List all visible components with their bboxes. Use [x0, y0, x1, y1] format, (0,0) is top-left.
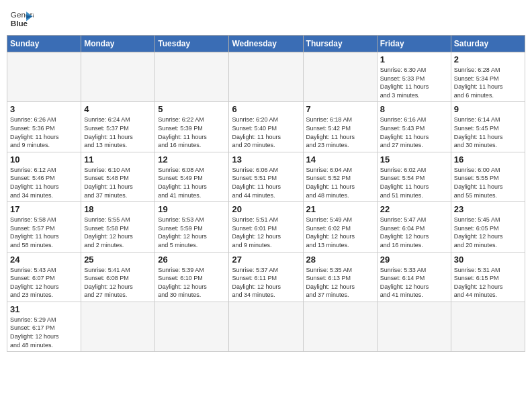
day-number: 5	[158, 104, 226, 114]
calendar-cell: 1Sunrise: 6:30 AM Sunset: 5:33 PM Daylig…	[377, 52, 451, 102]
calendar-cell	[81, 302, 155, 351]
day-number: 29	[380, 255, 448, 265]
calendar-cell	[303, 302, 377, 351]
calendar-cell: 10Sunrise: 6:12 AM Sunset: 5:46 PM Dayli…	[7, 152, 81, 201]
calendar-cell: 30Sunrise: 5:31 AM Sunset: 6:15 PM Dayli…	[451, 252, 525, 302]
calendar-cell: 13Sunrise: 6:06 AM Sunset: 5:51 PM Dayli…	[229, 152, 303, 201]
calendar-cell: 16Sunrise: 6:00 AM Sunset: 5:55 PM Dayli…	[451, 152, 525, 201]
day-number: 30	[454, 255, 522, 265]
calendar-cell: 12Sunrise: 6:08 AM Sunset: 5:49 PM Dayli…	[155, 152, 229, 201]
calendar-cell	[155, 302, 229, 351]
calendar-cell: 9Sunrise: 6:14 AM Sunset: 5:45 PM Daylig…	[451, 102, 525, 152]
day-number: 27	[232, 255, 300, 265]
day-info: Sunrise: 6:02 AM Sunset: 5:54 PM Dayligh…	[380, 166, 448, 199]
day-number: 28	[306, 255, 374, 265]
day-number: 18	[84, 204, 152, 214]
calendar-cell: 23Sunrise: 5:45 AM Sunset: 6:05 PM Dayli…	[451, 202, 525, 252]
day-number: 11	[84, 154, 152, 165]
weekday-header-friday: Friday	[377, 36, 451, 52]
calendar-cell: 15Sunrise: 6:02 AM Sunset: 5:54 PM Dayli…	[377, 152, 451, 201]
day-info: Sunrise: 6:18 AM Sunset: 5:42 PM Dayligh…	[306, 116, 374, 149]
calendar-cell: 7Sunrise: 6:18 AM Sunset: 5:42 PM Daylig…	[303, 102, 377, 152]
day-info: Sunrise: 5:29 AM Sunset: 6:17 PM Dayligh…	[10, 316, 78, 349]
day-number: 3	[10, 104, 78, 114]
calendar-cell: 25Sunrise: 5:41 AM Sunset: 6:08 PM Dayli…	[81, 252, 155, 302]
calendar-cell: 28Sunrise: 5:35 AM Sunset: 6:13 PM Dayli…	[303, 252, 377, 302]
calendar-cell: 26Sunrise: 5:39 AM Sunset: 6:10 PM Dayli…	[155, 252, 229, 302]
calendar-cell: 31Sunrise: 5:29 AM Sunset: 6:17 PM Dayli…	[7, 302, 81, 351]
calendar-cell: 27Sunrise: 5:37 AM Sunset: 6:11 PM Dayli…	[229, 252, 303, 302]
day-info: Sunrise: 6:30 AM Sunset: 5:33 PM Dayligh…	[380, 66, 448, 99]
calendar-cell	[303, 52, 377, 102]
calendar-cell: 11Sunrise: 6:10 AM Sunset: 5:48 PM Dayli…	[81, 152, 155, 201]
day-info: Sunrise: 6:22 AM Sunset: 5:39 PM Dayligh…	[158, 116, 226, 149]
day-info: Sunrise: 6:00 AM Sunset: 5:55 PM Dayligh…	[454, 166, 522, 199]
calendar-cell: 24Sunrise: 5:43 AM Sunset: 6:07 PM Dayli…	[7, 252, 81, 302]
day-info: Sunrise: 6:14 AM Sunset: 5:45 PM Dayligh…	[454, 116, 522, 149]
day-info: Sunrise: 6:12 AM Sunset: 5:46 PM Dayligh…	[10, 166, 78, 199]
weekday-header-tuesday: Tuesday	[155, 36, 229, 52]
calendar-cell: 29Sunrise: 5:33 AM Sunset: 6:14 PM Dayli…	[377, 252, 451, 302]
day-number: 24	[10, 255, 78, 265]
calendar-cell: 20Sunrise: 5:51 AM Sunset: 6:01 PM Dayli…	[229, 202, 303, 252]
day-info: Sunrise: 6:04 AM Sunset: 5:52 PM Dayligh…	[306, 166, 374, 199]
day-number: 31	[10, 304, 78, 314]
day-info: Sunrise: 5:51 AM Sunset: 6:01 PM Dayligh…	[232, 216, 300, 249]
day-info: Sunrise: 6:06 AM Sunset: 5:51 PM Dayligh…	[232, 166, 300, 199]
calendar-week-row: 10Sunrise: 6:12 AM Sunset: 5:46 PM Dayli…	[7, 152, 525, 201]
weekday-header-sunday: Sunday	[7, 36, 81, 52]
calendar-cell: 4Sunrise: 6:24 AM Sunset: 5:37 PM Daylig…	[81, 102, 155, 152]
calendar-cell: 2Sunrise: 6:28 AM Sunset: 5:34 PM Daylig…	[451, 52, 525, 102]
day-info: Sunrise: 6:24 AM Sunset: 5:37 PM Dayligh…	[84, 116, 152, 149]
calendar-week-row: 3Sunrise: 6:26 AM Sunset: 5:36 PM Daylig…	[7, 102, 525, 152]
day-info: Sunrise: 5:45 AM Sunset: 6:05 PM Dayligh…	[454, 216, 522, 249]
day-info: Sunrise: 5:33 AM Sunset: 6:14 PM Dayligh…	[380, 266, 448, 300]
day-info: Sunrise: 6:16 AM Sunset: 5:43 PM Dayligh…	[380, 116, 448, 149]
calendar-cell	[81, 52, 155, 102]
calendar-week-row: 17Sunrise: 5:58 AM Sunset: 5:57 PM Dayli…	[7, 202, 525, 252]
calendar-cell: 8Sunrise: 6:16 AM Sunset: 5:43 PM Daylig…	[377, 102, 451, 152]
day-number: 22	[380, 204, 448, 214]
calendar-cell: 19Sunrise: 5:53 AM Sunset: 5:59 PM Dayli…	[155, 202, 229, 252]
calendar-cell	[7, 52, 81, 102]
day-info: Sunrise: 5:31 AM Sunset: 6:15 PM Dayligh…	[454, 266, 522, 300]
calendar-table: SundayMondayTuesdayWednesdayThursdayFrid…	[7, 35, 525, 352]
day-info: Sunrise: 5:49 AM Sunset: 6:02 PM Dayligh…	[306, 216, 374, 249]
day-number: 10	[10, 154, 78, 165]
weekday-header-thursday: Thursday	[303, 36, 377, 52]
calendar-cell: 14Sunrise: 6:04 AM Sunset: 5:52 PM Dayli…	[303, 152, 377, 201]
day-number: 16	[454, 154, 522, 165]
day-number: 21	[306, 204, 374, 214]
day-number: 1	[380, 54, 448, 64]
day-number: 14	[306, 154, 374, 165]
calendar-cell: 22Sunrise: 5:47 AM Sunset: 6:04 PM Dayli…	[377, 202, 451, 252]
calendar-cell: 17Sunrise: 5:58 AM Sunset: 5:57 PM Dayli…	[7, 202, 81, 252]
day-number: 20	[232, 204, 300, 214]
day-number: 9	[454, 104, 522, 114]
calendar-cell: 18Sunrise: 5:55 AM Sunset: 5:58 PM Dayli…	[81, 202, 155, 252]
day-info: Sunrise: 6:26 AM Sunset: 5:36 PM Dayligh…	[10, 116, 78, 149]
calendar-cell: 3Sunrise: 6:26 AM Sunset: 5:36 PM Daylig…	[7, 102, 81, 152]
calendar-cell	[451, 302, 525, 351]
day-info: Sunrise: 5:37 AM Sunset: 6:11 PM Dayligh…	[232, 266, 300, 300]
day-info: Sunrise: 5:47 AM Sunset: 6:04 PM Dayligh…	[380, 216, 448, 249]
day-info: Sunrise: 5:53 AM Sunset: 5:59 PM Dayligh…	[158, 216, 226, 249]
weekday-header-row: SundayMondayTuesdayWednesdayThursdayFrid…	[7, 36, 525, 52]
day-number: 26	[158, 255, 226, 265]
day-number: 2	[454, 54, 522, 64]
calendar-week-row: 1Sunrise: 6:30 AM Sunset: 5:33 PM Daylig…	[7, 52, 525, 102]
calendar-cell	[155, 52, 229, 102]
day-info: Sunrise: 5:43 AM Sunset: 6:07 PM Dayligh…	[10, 266, 78, 300]
calendar-cell: 21Sunrise: 5:49 AM Sunset: 6:02 PM Dayli…	[303, 202, 377, 252]
day-number: 19	[158, 204, 226, 214]
logo-icon: General Blue	[9, 7, 34, 31]
calendar-cell: 6Sunrise: 6:20 AM Sunset: 5:40 PM Daylig…	[229, 102, 303, 152]
day-info: Sunrise: 6:28 AM Sunset: 5:34 PM Dayligh…	[454, 66, 522, 99]
calendar-cell	[229, 52, 303, 102]
day-info: Sunrise: 5:41 AM Sunset: 6:08 PM Dayligh…	[84, 266, 152, 300]
day-number: 23	[454, 204, 522, 214]
day-info: Sunrise: 6:10 AM Sunset: 5:48 PM Dayligh…	[84, 166, 152, 199]
weekday-header-monday: Monday	[81, 36, 155, 52]
day-number: 12	[158, 154, 226, 165]
day-number: 25	[84, 255, 152, 265]
